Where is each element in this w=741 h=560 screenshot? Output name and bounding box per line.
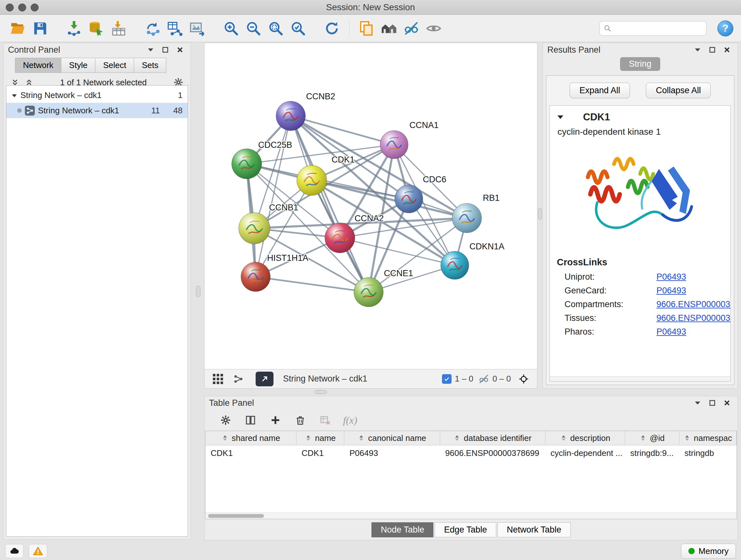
panel-menu-button[interactable]	[691, 398, 704, 408]
crosslink-link-tissues[interactable]: 9606.ENSP00000378699	[657, 313, 731, 323]
crosslink-link-uniprot[interactable]: P06493	[657, 272, 686, 282]
panel-close-button[interactable]	[721, 398, 733, 408]
table-horizontal-scrollbar[interactable]	[205, 512, 737, 519]
table-row[interactable]: CDK1 CDK1 P06493 9606.ENSP00000378699 cy…	[205, 445, 737, 461]
cell-database-identifier[interactable]: 9606.ENSP00000378699	[440, 445, 545, 461]
collapse-all-button[interactable]: Collapse All	[646, 83, 711, 98]
show-all-button[interactable]	[423, 17, 444, 40]
cell-description[interactable]: cyclin-dependent ...	[545, 445, 625, 461]
horizontal-splitter-handle[interactable]	[315, 390, 327, 394]
cloud-icon	[9, 546, 19, 556]
fit-content-button[interactable]	[516, 372, 531, 386]
new-network-button[interactable]	[142, 17, 163, 40]
crosslink-label: Compartments:	[564, 300, 657, 309]
add-column-button[interactable]	[268, 413, 282, 427]
import-network-database-button[interactable]	[86, 17, 107, 40]
right-splitter-handle[interactable]	[538, 208, 542, 220]
protein-card-header[interactable]: CDK1	[550, 106, 731, 125]
grid-view-button[interactable]	[210, 372, 226, 386]
tab-style[interactable]: Style	[61, 58, 95, 73]
memory-label: Memory	[698, 546, 729, 556]
zoom-in-button[interactable]	[221, 17, 241, 40]
network-canvas[interactable]: CCNB2CCNA1CDC25BCDK1CDC6RB1CCNB1CCNA2CDK…	[205, 43, 537, 369]
search-input[interactable]	[614, 23, 702, 33]
table-panel-header: Table Panel	[205, 396, 738, 410]
delete-table-button[interactable]	[318, 413, 332, 427]
caret-down-icon[interactable]	[557, 115, 564, 120]
tab-sets[interactable]: Sets	[134, 58, 166, 73]
tab-string-results[interactable]: String	[620, 57, 661, 71]
horizontal-scrollbar[interactable]	[550, 376, 731, 381]
tree-expand-icon[interactable]	[11, 90, 17, 100]
zoom-window-button[interactable]	[30, 3, 39, 11]
import-table-button[interactable]	[109, 17, 129, 40]
svg-text:CCNE1: CCNE1	[384, 268, 413, 278]
scrollbar-thumb[interactable]	[208, 514, 264, 518]
delete-column-button[interactable]	[293, 413, 307, 427]
network-table-button[interactable]	[165, 17, 185, 40]
close-window-button[interactable]	[6, 3, 14, 11]
crosslink-link-genecard[interactable]: P06493	[657, 286, 686, 296]
zoom-fit-button[interactable]	[266, 17, 286, 40]
sort-icon	[221, 435, 228, 442]
panel-float-button[interactable]	[706, 45, 718, 55]
network-graph[interactable]: CCNB2CCNA1CDC25BCDK1CDC6RB1CCNB1CCNA2CDK…	[205, 43, 537, 369]
column-header-name[interactable]: name	[296, 431, 344, 445]
crosslink-link-pharos[interactable]: P06493	[657, 327, 686, 337]
zoom-selected-button[interactable]	[288, 17, 308, 40]
birdseye-view-button[interactable]	[231, 372, 246, 386]
cloud-status-button[interactable]	[5, 544, 23, 558]
tab-network[interactable]: Network	[15, 58, 61, 73]
show-columns-button[interactable]	[244, 413, 258, 427]
column-header-shared-name[interactable]: shared name	[205, 431, 296, 445]
expand-all-button[interactable]: Expand All	[569, 83, 630, 98]
function-builder-button[interactable]: f(x)	[343, 415, 357, 426]
column-header-description[interactable]: description	[545, 431, 625, 445]
panel-menu-button[interactable]	[691, 45, 704, 55]
hide-selected-icon	[403, 20, 419, 37]
crosslink-link-compartments[interactable]: 9606.ENSP00000378699	[657, 300, 731, 309]
refresh-icon	[324, 20, 340, 37]
selected-checkbox[interactable]	[442, 374, 452, 384]
export-view-button[interactable]	[256, 372, 273, 386]
crosslink-row: GeneCard: P06493	[550, 284, 731, 298]
cell-namespace[interactable]: stringdb	[679, 445, 737, 461]
panel-close-button[interactable]	[174, 45, 186, 55]
cell-id[interactable]: stringdb:9...	[625, 445, 679, 461]
vertical-splitter-handle[interactable]	[196, 286, 200, 297]
cell-name[interactable]: CDK1	[296, 445, 344, 461]
home-button[interactable]	[379, 17, 399, 40]
tab-edge-table[interactable]: Edge Table	[434, 522, 496, 537]
panel-menu-button[interactable]	[145, 45, 157, 55]
minimize-window-button[interactable]	[18, 3, 26, 11]
open-session-button[interactable]	[8, 17, 28, 40]
network-collection-row[interactable]: String Network – cdk1 1	[6, 87, 188, 103]
zoom-out-button[interactable]	[243, 17, 264, 40]
tab-node-table[interactable]: Node Table	[372, 522, 433, 537]
column-header-canonical-name[interactable]: canonical name	[344, 431, 440, 445]
network-row[interactable]: String Network – cdk1 11 48	[6, 103, 188, 118]
panel-close-button[interactable]	[721, 45, 733, 55]
panel-float-button[interactable]	[159, 45, 172, 55]
table-options-button[interactable]	[219, 413, 232, 427]
import-network-file-button[interactable]	[64, 17, 84, 40]
control-panel: Control Panel Network Style Select Sets …	[3, 43, 191, 540]
memory-button[interactable]: Memory	[681, 544, 736, 559]
toolbar-separator	[349, 20, 349, 37]
refresh-button[interactable]	[322, 17, 342, 40]
export-image-button[interactable]	[187, 17, 207, 40]
columns-icon	[246, 415, 256, 425]
hide-selected-button[interactable]	[401, 17, 421, 40]
column-header-namespace[interactable]: namespac	[679, 431, 737, 445]
cell-shared-name[interactable]: CDK1	[205, 445, 296, 461]
copy-button[interactable]	[356, 17, 377, 40]
column-header-database-identifier[interactable]: database identifier	[440, 431, 545, 445]
warnings-button[interactable]	[29, 544, 47, 558]
cell-canonical-name[interactable]: P06493	[344, 445, 440, 461]
help-button[interactable]: ?	[718, 20, 733, 37]
panel-float-button[interactable]	[706, 398, 718, 408]
tab-network-table[interactable]: Network Table	[497, 522, 570, 537]
tab-select[interactable]: Select	[95, 58, 134, 73]
column-header-id[interactable]: @id	[625, 431, 679, 445]
save-session-button[interactable]	[30, 17, 51, 40]
